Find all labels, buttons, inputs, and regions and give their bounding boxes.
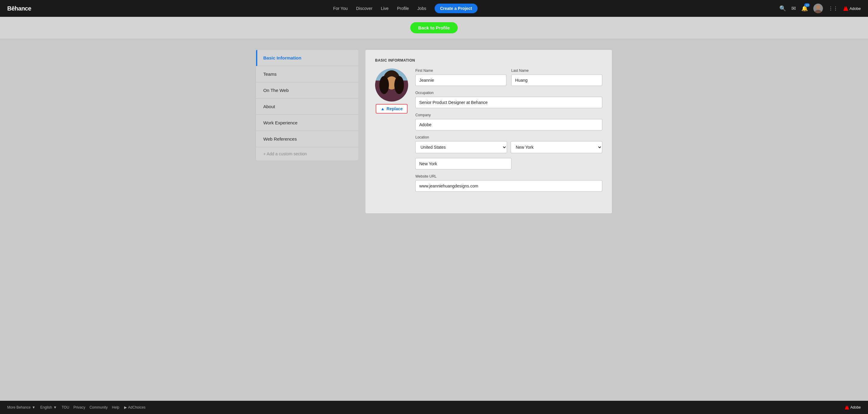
create-project-button[interactable]: Create a Project (435, 4, 477, 13)
company-row: Company (415, 113, 602, 130)
location-group: Location United States New York (415, 135, 602, 169)
last-name-input[interactable] (511, 74, 602, 86)
adchoices-link[interactable]: ▶ AdChoices (124, 405, 146, 410)
nav-link-discover[interactable]: Discover (356, 6, 372, 11)
svg-point-10 (394, 76, 404, 94)
back-to-profile-button[interactable]: Back to Profile (410, 22, 458, 33)
apps-grid-icon[interactable]: ⋮⋮ (828, 6, 838, 11)
adchoices-label: AdChoices (128, 405, 146, 410)
company-group: Company (415, 113, 602, 130)
first-name-group: First Name (415, 68, 506, 86)
profile-avatar (375, 68, 408, 101)
footer-link-tou[interactable]: TOU (62, 405, 69, 410)
more-behance-button[interactable]: More Behance ▼ (7, 405, 35, 410)
location-label: Location (415, 135, 602, 139)
website-group: Website URL (415, 174, 602, 192)
sidebar-item-teams[interactable]: Teams (256, 66, 358, 82)
footer-left: More Behance ▼ English ▼ TOU Privacy Com… (7, 405, 146, 410)
notification-badge: 13 (804, 3, 810, 7)
company-input[interactable] (415, 119, 602, 130)
footer-adobe: Adobe (845, 405, 861, 410)
company-label: Company (415, 113, 602, 117)
nav-link-profile[interactable]: Profile (397, 6, 409, 11)
sidebar-item-about[interactable]: About (256, 99, 358, 115)
form-fields: First Name Last Name Occupation (415, 68, 602, 196)
name-row: First Name Last Name (415, 68, 602, 86)
footer: More Behance ▼ English ▼ TOU Privacy Com… (0, 401, 868, 414)
chevron-down-icon: ▼ (53, 405, 57, 410)
nav-right: 🔍 ✉ 🔔 13 ⋮⋮ Adobe (779, 4, 861, 13)
website-row: Website URL (415, 174, 602, 192)
nav-logo: Bēhance (7, 5, 31, 12)
occupation-input[interactable] (415, 97, 602, 108)
nav-link-jobs[interactable]: Jobs (417, 6, 427, 11)
nav-links: For You Discover Live Profile Jobs Creat… (333, 4, 477, 13)
country-select[interactable]: United States (415, 141, 507, 153)
last-name-group: Last Name (511, 68, 602, 86)
occupation-label: Occupation (415, 91, 602, 95)
footer-adobe-label: Adobe (850, 405, 861, 410)
city-input[interactable] (415, 158, 512, 169)
website-label: Website URL (415, 174, 602, 179)
avatar[interactable] (813, 4, 823, 13)
chevron-down-icon: ▼ (32, 405, 35, 410)
language-label: English (40, 405, 52, 410)
occupation-group: Occupation (415, 91, 602, 108)
sidebar-item-web-references[interactable]: Web References (256, 131, 358, 147)
more-behance-label: More Behance (7, 405, 31, 410)
nav-link-live[interactable]: Live (381, 6, 389, 11)
language-selector[interactable]: English ▼ (40, 405, 57, 410)
sidebar: Basic Information Teams On The Web About… (256, 50, 358, 160)
replace-avatar-button[interactable]: ▲ Replace (376, 104, 408, 114)
svg-point-9 (379, 76, 389, 94)
sidebar-item-work-experience[interactable]: Work Experience (256, 115, 358, 131)
sidebar-item-on-the-web[interactable]: On The Web (256, 82, 358, 99)
upload-icon: ▲ (380, 106, 385, 111)
first-name-label: First Name (415, 68, 506, 73)
svg-point-1 (815, 10, 822, 13)
adobe-logo: Adobe (843, 6, 861, 11)
back-banner: Back to Profile (0, 17, 868, 39)
last-name-label: Last Name (511, 68, 602, 73)
state-select[interactable]: New York (510, 141, 602, 153)
search-icon[interactable]: 🔍 (779, 5, 786, 12)
footer-link-privacy[interactable]: Privacy (73, 405, 85, 410)
occupation-row: Occupation (415, 91, 602, 108)
footer-link-help[interactable]: Help (112, 405, 119, 410)
footer-links: TOU Privacy Community Help (62, 405, 119, 410)
notifications-icon[interactable]: 🔔 13 (801, 5, 808, 12)
form-panel: BASIC INFORMATION (366, 50, 612, 213)
form-section-title: BASIC INFORMATION (375, 58, 602, 63)
website-input[interactable] (415, 180, 602, 192)
svg-point-0 (816, 5, 820, 9)
avatar-area: ▲ Replace First Name Last Name (375, 68, 602, 196)
footer-link-community[interactable]: Community (90, 405, 108, 410)
main-content: Basic Information Teams On The Web About… (224, 39, 644, 224)
sidebar-item-basic-information[interactable]: Basic Information (256, 50, 358, 66)
adchoices-icon: ▶ (124, 405, 127, 410)
replace-label: Replace (386, 106, 403, 111)
add-custom-section-button[interactable]: + Add a custom section (256, 147, 358, 160)
nav-link-foryou[interactable]: For You (333, 6, 347, 11)
avatar-container: ▲ Replace (375, 68, 408, 114)
navbar: Bēhance For You Discover Live Profile Jo… (0, 0, 868, 17)
first-name-input[interactable] (415, 74, 506, 86)
location-row: Location United States New York (415, 135, 602, 169)
messages-icon[interactable]: ✉ (792, 5, 796, 12)
